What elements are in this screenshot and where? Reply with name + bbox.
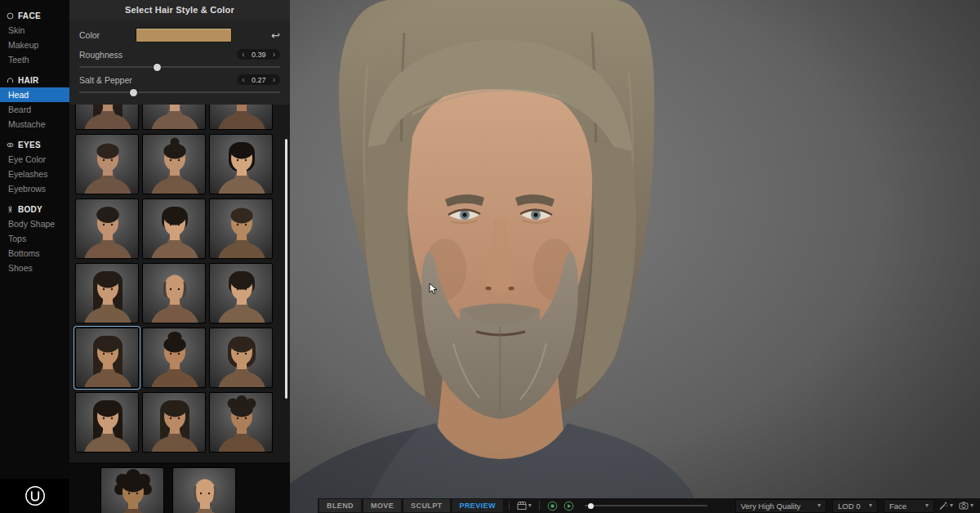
metahuman-creator-app: FACE Skin Makeup Teeth HAIR Head Beard M…: [0, 0, 980, 513]
play-icon: [564, 501, 574, 511]
undo-icon[interactable]: ↩: [271, 30, 280, 41]
sidebar-section-face-header: FACE: [0, 10, 69, 23]
hair-style-thumbnail[interactable]: [142, 199, 206, 259]
sidebar-item-eyelashes[interactable]: Eyelashes: [0, 167, 69, 181]
roughness-label: Roughness: [79, 50, 122, 60]
body-icon: [7, 206, 14, 213]
hair-style-thumbnail[interactable]: [209, 263, 273, 323]
hair-controls: Color ↩ Roughness ‹ 0.39 › Salt & Peppe: [69, 20, 290, 105]
hair-style-thumbnail[interactable]: [209, 134, 273, 194]
hair-style-thumbnail[interactable]: [142, 134, 206, 194]
sidebar-item-shoes[interactable]: Shoes: [0, 261, 69, 275]
increment-arrow-icon[interactable]: ›: [273, 76, 275, 84]
toolbar-divider: [509, 501, 510, 511]
salt-pepper-track[interactable]: [79, 91, 280, 93]
viewport-3d[interactable]: BLEND MOVE SCULPT PREVIEW ▾: [290, 0, 980, 513]
sidebar-section-label: FACE: [18, 11, 41, 20]
play-button[interactable]: [562, 501, 576, 511]
hair-style-thumbnail[interactable]: [209, 328, 273, 388]
decrement-arrow-icon[interactable]: ‹: [242, 76, 244, 84]
sidebar-section-hair: HAIR Head Beard Mustache: [0, 74, 69, 132]
hair-style-grid: [69, 105, 290, 462]
salt-pepper-value[interactable]: 0.27: [250, 76, 268, 84]
lod-dropdown[interactable]: LOD 0 ▾: [832, 499, 878, 513]
hair-color-swatch[interactable]: [136, 28, 232, 42]
sidebar-section-hair-header: HAIR: [0, 74, 69, 87]
increment-arrow-icon[interactable]: ›: [273, 51, 275, 59]
hair-style-thumbnail[interactable]: [209, 392, 273, 453]
sidebar-item-mustache[interactable]: Mustache: [0, 117, 69, 132]
hair-style-thumbnail[interactable]: [172, 467, 236, 513]
effects-button[interactable]: ▾: [937, 501, 955, 511]
roughness-handle[interactable]: [154, 64, 161, 71]
chevron-down-icon: ▾: [950, 502, 953, 509]
roughness-value[interactable]: 0.39: [250, 51, 268, 59]
sidebar-item-teeth[interactable]: Teeth: [0, 52, 69, 67]
sidebar-item-skin[interactable]: Skin: [0, 23, 69, 38]
sidebar-section-face: FACE Skin Makeup Teeth: [0, 10, 69, 67]
hair-style-thumbnail[interactable]: [75, 263, 139, 323]
blend-mode-button[interactable]: BLEND: [319, 499, 361, 512]
toolbar-divider: [539, 501, 540, 511]
hair-style-thumbnail[interactable]: [209, 199, 273, 259]
sidebar-item-beard[interactable]: Beard: [0, 102, 69, 117]
move-mode-button[interactable]: MOVE: [363, 499, 401, 512]
sculpt-mode-button[interactable]: SCULPT: [403, 499, 449, 512]
chevron-down-icon: ▾: [869, 502, 872, 509]
sidebar-item-head[interactable]: Head: [0, 87, 69, 102]
stop-icon: [547, 501, 558, 511]
hair-style-thumbnail[interactable]: [209, 105, 273, 130]
grid-scrollbar[interactable]: [285, 139, 287, 399]
hair-style-thumbnail[interactable]: [142, 328, 206, 388]
sidebar-item-tops[interactable]: Tops: [0, 231, 69, 246]
hair-style-thumbnail[interactable]: [75, 328, 139, 388]
sidebar-section-body: BODY Body Shape Tops Bottoms Shoes: [0, 203, 69, 275]
hair-icon: [7, 77, 14, 84]
sidebar-item-makeup[interactable]: Makeup: [0, 38, 69, 52]
hair-style-thumbnail[interactable]: [75, 134, 139, 194]
sidebar-item-bottoms[interactable]: Bottoms: [0, 246, 69, 261]
salt-pepper-handle[interactable]: [130, 89, 137, 96]
timeline-knob[interactable]: [588, 503, 594, 509]
hair-style-thumbnail[interactable]: [142, 105, 206, 130]
roughness-track[interactable]: [79, 66, 280, 68]
lod-dropdown-value: LOD 0: [838, 502, 860, 511]
hair-style-thumbnail[interactable]: [100, 467, 164, 513]
hair-style-thumbnail[interactable]: [142, 392, 206, 453]
grid-bottom-row: [69, 462, 290, 513]
camera-button[interactable]: ▾: [957, 501, 975, 511]
sidebar-section-eyes: EYES Eye Color Eyelashes Eyebrows: [0, 139, 69, 196]
mouse-cursor: [429, 283, 438, 295]
chevron-down-icon: ▾: [970, 502, 973, 509]
chevron-down-icon: ▾: [925, 502, 929, 509]
unreal-engine-logo: [0, 479, 69, 513]
roughness-spinner: ‹ 0.39 ›: [237, 49, 280, 60]
roughness-slider: Roughness ‹ 0.39 ›: [79, 49, 280, 68]
clapperboard-icon: [517, 501, 527, 511]
hair-style-thumbnail[interactable]: [75, 392, 139, 453]
salt-pepper-label: Salt & Pepper: [79, 75, 132, 85]
sidebar-item-body-shape[interactable]: Body Shape: [0, 216, 69, 231]
camera-icon: [959, 501, 969, 511]
hair-style-thumbnail[interactable]: [75, 105, 139, 130]
quality-dropdown-value: Very High Quality: [741, 502, 800, 511]
animation-clip-button[interactable]: ▾: [515, 501, 533, 511]
category-sidebar: FACE Skin Makeup Teeth HAIR Head Beard M…: [0, 0, 69, 513]
region-dropdown[interactable]: Face ▾: [884, 499, 934, 513]
timeline-slider[interactable]: [585, 505, 707, 506]
preview-mode-button[interactable]: PREVIEW: [452, 499, 503, 512]
stop-button[interactable]: [546, 501, 559, 511]
quality-dropdown[interactable]: Very High Quality ▾: [735, 499, 826, 513]
sidebar-section-eyes-header: EYES: [0, 139, 69, 152]
decrement-arrow-icon[interactable]: ‹: [242, 51, 244, 59]
hair-style-panel: Select Hair Style & Color Color ↩ Roughn…: [69, 0, 290, 513]
face-icon: [7, 12, 14, 20]
sidebar-item-eyebrows[interactable]: Eyebrows: [0, 181, 69, 196]
chevron-down-icon: ▾: [528, 502, 532, 509]
sidebar-item-eye-color[interactable]: Eye Color: [0, 152, 69, 167]
sidebar-section-label: BODY: [18, 205, 42, 214]
hair-style-thumbnail[interactable]: [75, 199, 139, 259]
sidebar-section-label: HAIR: [18, 76, 39, 85]
salt-pepper-spinner: ‹ 0.27 ›: [237, 74, 280, 85]
hair-style-thumbnail[interactable]: [142, 263, 206, 323]
